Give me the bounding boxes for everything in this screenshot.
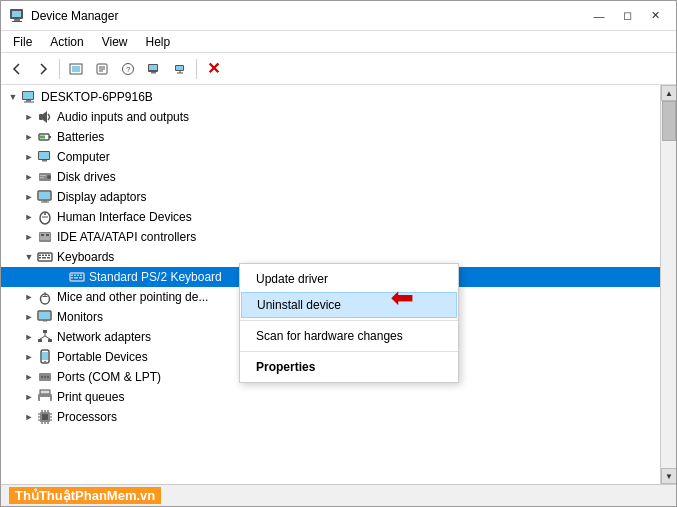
ctx-update-driver[interactable]: Update driver xyxy=(240,266,458,292)
menu-file[interactable]: File xyxy=(5,33,40,51)
scroll-up-button[interactable]: ▲ xyxy=(661,85,676,101)
scroll-down-button[interactable]: ▼ xyxy=(661,468,676,484)
status-bar: ThủThuậtPhanMem.vn xyxy=(1,484,676,506)
mice-toggle[interactable]: ► xyxy=(21,289,37,305)
svg-rect-46 xyxy=(39,255,41,257)
monitors-toggle[interactable]: ► xyxy=(21,309,37,325)
svg-rect-22 xyxy=(24,102,34,103)
processors-toggle[interactable]: ► xyxy=(21,409,37,425)
svg-rect-70 xyxy=(48,339,52,342)
menu-bar: File Action View Help xyxy=(1,31,676,53)
audio-toggle[interactable]: ► xyxy=(21,109,37,125)
keyboards-toggle[interactable]: ▼ xyxy=(21,249,37,265)
portable-toggle[interactable]: ► xyxy=(21,349,37,365)
svg-rect-81 xyxy=(40,390,50,394)
tree-item-computer[interactable]: ► Computer xyxy=(1,147,660,167)
svg-rect-52 xyxy=(47,257,50,259)
toolbar-sep-1 xyxy=(59,59,60,79)
hid-toggle[interactable]: ► xyxy=(21,209,37,225)
tree-item-ide[interactable]: ► IDE ATA/ATAPI controllers xyxy=(1,227,660,247)
monitors-label: Monitors xyxy=(57,310,103,324)
vertical-scrollbar[interactable]: ▲ ▼ xyxy=(660,85,676,484)
batteries-icon xyxy=(37,129,53,145)
menu-view[interactable]: View xyxy=(94,33,136,51)
tree-root[interactable]: ▼ DESKTOP-6PP916B xyxy=(1,87,660,107)
svg-text:?: ? xyxy=(126,65,131,74)
window-controls: ― ◻ ✕ xyxy=(586,6,668,26)
network-icon xyxy=(37,329,53,345)
watermark-text: ThủThuậtPhanMem.vn xyxy=(15,488,155,503)
svg-rect-3 xyxy=(12,21,22,22)
svg-rect-67 xyxy=(43,320,47,322)
ps2-keyboard-label: Standard PS/2 Keyboard xyxy=(89,270,222,284)
svg-rect-51 xyxy=(42,257,46,259)
menu-action[interactable]: Action xyxy=(42,33,91,51)
display-toggle[interactable]: ► xyxy=(21,189,37,205)
ports-icon xyxy=(37,369,53,385)
forward-button[interactable] xyxy=(31,57,55,81)
tree-item-hid[interactable]: ► Human Interface Devices xyxy=(1,207,660,227)
network-toggle[interactable]: ► xyxy=(21,329,37,345)
minimize-button[interactable]: ― xyxy=(586,6,612,26)
print-label: Print queues xyxy=(57,390,124,404)
arrow-indicator: ➡ xyxy=(391,281,414,314)
back-button[interactable] xyxy=(5,57,29,81)
scroll-track[interactable] xyxy=(661,101,676,468)
batteries-toggle[interactable]: ► xyxy=(21,129,37,145)
svg-point-76 xyxy=(44,361,46,363)
svg-point-78 xyxy=(41,376,43,378)
tree-item-display[interactable]: ► Display adaptors xyxy=(1,187,660,207)
svg-point-80 xyxy=(47,376,49,378)
svg-rect-47 xyxy=(42,255,44,257)
device-manager-window: Device Manager ― ◻ ✕ File Action View He… xyxy=(0,0,677,507)
help-button[interactable]: ? xyxy=(116,57,140,81)
svg-rect-66 xyxy=(39,312,50,319)
ctx-separator-2 xyxy=(240,351,458,352)
ide-icon xyxy=(37,229,53,245)
toolbar: ? ✕ xyxy=(1,53,676,85)
disk-icon xyxy=(37,169,53,185)
portable-label: Portable Devices xyxy=(57,350,148,364)
maximize-button[interactable]: ◻ xyxy=(614,6,640,26)
close-button[interactable]: ✕ xyxy=(642,6,668,26)
ide-toggle[interactable]: ► xyxy=(21,229,37,245)
ctx-uninstall-device[interactable]: Uninstall device xyxy=(241,292,457,318)
tree-item-batteries[interactable]: ► Batteries xyxy=(1,127,660,147)
view-button[interactable] xyxy=(64,57,88,81)
svg-rect-54 xyxy=(71,275,73,277)
computer-icon xyxy=(21,89,37,105)
scroll-thumb[interactable] xyxy=(662,101,676,141)
svg-rect-59 xyxy=(74,277,78,279)
svg-line-73 xyxy=(45,336,50,339)
menu-help[interactable]: Help xyxy=(138,33,179,51)
svg-rect-25 xyxy=(49,136,51,138)
computer-button[interactable] xyxy=(142,57,166,81)
computer-tree-icon xyxy=(37,149,53,165)
tree-item-print[interactable]: ► Print queues xyxy=(1,387,660,407)
ctx-scan-hardware[interactable]: Scan for hardware changes xyxy=(240,323,458,349)
properties-button[interactable] xyxy=(90,57,114,81)
svg-rect-26 xyxy=(40,136,45,139)
tree-item-audio[interactable]: ► Audio inputs and outputs xyxy=(1,107,660,127)
print-toggle[interactable]: ► xyxy=(21,389,37,405)
svg-point-79 xyxy=(44,376,46,378)
svg-rect-83 xyxy=(40,397,50,401)
network-button[interactable] xyxy=(168,57,192,81)
window-title: Device Manager xyxy=(31,9,586,23)
tree-item-processors[interactable]: ► xyxy=(1,407,660,427)
svg-rect-36 xyxy=(43,200,47,202)
tree-item-disk[interactable]: ► Disk drives xyxy=(1,167,660,187)
svg-rect-57 xyxy=(80,275,82,277)
context-menu: Update driver Uninstall device Scan for … xyxy=(239,263,459,383)
remove-button[interactable]: ✕ xyxy=(201,57,225,81)
svg-rect-14 xyxy=(151,72,156,74)
svg-rect-56 xyxy=(77,275,79,277)
ports-toggle[interactable]: ► xyxy=(21,369,37,385)
ctx-properties[interactable]: Properties xyxy=(240,354,458,380)
svg-rect-35 xyxy=(39,192,50,199)
computer-toggle[interactable]: ► xyxy=(21,149,37,165)
root-toggle[interactable]: ▼ xyxy=(5,89,21,105)
disk-toggle[interactable]: ► xyxy=(21,169,37,185)
svg-rect-32 xyxy=(40,175,46,176)
toolbar-sep-2 xyxy=(196,59,197,79)
